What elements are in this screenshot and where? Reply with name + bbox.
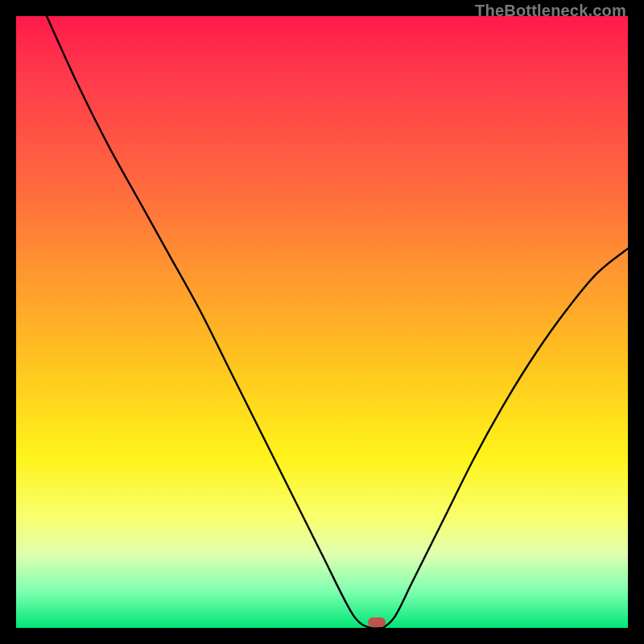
curve-left: [47, 16, 383, 628]
curve-right: [383, 249, 628, 628]
chart-frame: TheBottleneck.com: [0, 0, 644, 644]
chart-plot-area: [16, 16, 628, 628]
chart-svg: [16, 16, 628, 628]
minimum-marker: [368, 617, 386, 627]
